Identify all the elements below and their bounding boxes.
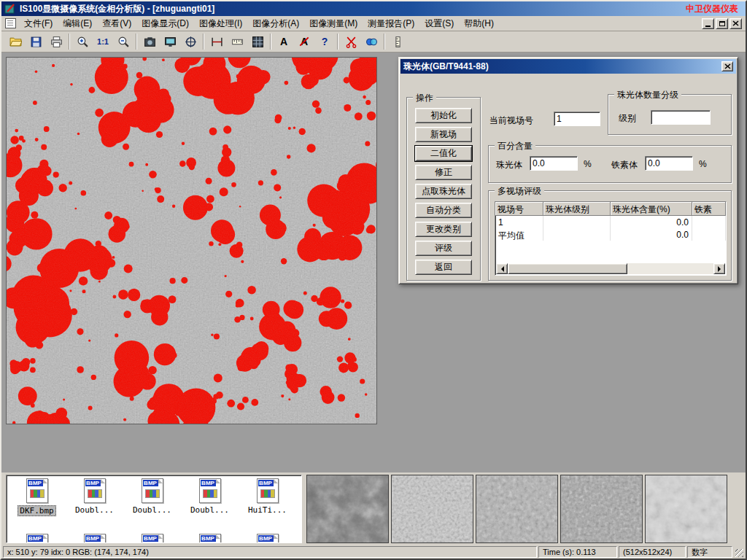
multi-field-group-label: 多视场评级 bbox=[495, 185, 544, 198]
menu-image-process[interactable]: 图像处理(I) bbox=[194, 16, 247, 31]
thumbnail[interactable] bbox=[645, 475, 727, 543]
file-item[interactable]: BMP HuiTi... bbox=[239, 478, 296, 516]
thumbnail[interactable] bbox=[476, 475, 558, 543]
title-bar: IS100显微摄像系统(金相分析版) - [zhuguangti01] 中卫仪器… bbox=[1, 1, 746, 16]
zoom-out-icon[interactable] bbox=[114, 33, 133, 50]
scrollbar-track[interactable] bbox=[508, 263, 713, 274]
cut-icon[interactable] bbox=[341, 33, 360, 50]
minimize-icon bbox=[705, 26, 711, 27]
restore-icon bbox=[719, 21, 725, 26]
table-row[interactable]: 1 0.0 bbox=[495, 216, 726, 228]
ferrite-percent-input[interactable] bbox=[645, 156, 693, 171]
scale-icon[interactable] bbox=[228, 33, 247, 50]
auto-classify-button[interactable]: 自动分类 bbox=[415, 203, 472, 218]
color-select-icon[interactable] bbox=[362, 33, 381, 50]
menu-image-measure[interactable]: 图像测量(M) bbox=[304, 16, 363, 31]
menu-view[interactable]: 查看(V) bbox=[97, 16, 136, 31]
menu-report[interactable]: 测量报告(P) bbox=[363, 16, 419, 31]
table-header-row: 视场号 珠光体级别 珠光体含量(%) 铁素 bbox=[495, 202, 726, 216]
toolbar-separator bbox=[203, 34, 204, 50]
current-field-input[interactable] bbox=[554, 112, 600, 126]
display-icon[interactable] bbox=[160, 33, 179, 50]
cell-field: 平均值 bbox=[495, 228, 543, 241]
binarize-button[interactable]: 二值化 bbox=[415, 146, 472, 161]
grade-group-label: 珠光体数量分级 bbox=[614, 89, 681, 101]
file-item-partial[interactable]: BMP bbox=[66, 534, 123, 543]
status-time: Time (s): 0.113 bbox=[538, 546, 617, 558]
initialize-button[interactable]: 初始化 bbox=[415, 108, 472, 123]
resize-grip[interactable] bbox=[734, 546, 744, 558]
thumbnail[interactable] bbox=[391, 475, 473, 543]
actual-size-icon[interactable]: 1:1 bbox=[93, 33, 112, 50]
file-name: DKF.bmp bbox=[18, 505, 55, 516]
scroll-right-button[interactable] bbox=[713, 263, 725, 274]
font-icon[interactable]: A bbox=[274, 33, 293, 50]
thumbnail[interactable] bbox=[306, 475, 389, 543]
return-button[interactable]: 返回 bbox=[415, 260, 472, 275]
pick-pearlite-button[interactable]: 点取珠光体 bbox=[415, 184, 472, 199]
toolbar-separator bbox=[136, 34, 137, 50]
menu-file[interactable]: 文件(F) bbox=[19, 16, 58, 31]
close-icon bbox=[724, 63, 731, 69]
file-item-partial[interactable]: BMP bbox=[181, 534, 239, 543]
file-item-partial[interactable]: BMP bbox=[8, 534, 66, 543]
help-icon[interactable]: ? bbox=[315, 33, 334, 50]
grade-group: 珠光体数量分级 级别 bbox=[608, 94, 732, 135]
thumbnail[interactable] bbox=[560, 475, 643, 543]
bmp-file-icon: BMP bbox=[84, 478, 106, 503]
scrollbar-thumb[interactable] bbox=[508, 263, 627, 274]
status-image-size: (512x512x24) bbox=[619, 546, 686, 558]
font-style-icon[interactable]: A bbox=[295, 33, 314, 50]
grid-icon[interactable] bbox=[248, 33, 267, 50]
document-icon[interactable] bbox=[5, 18, 16, 28]
file-item-partial[interactable]: BMP bbox=[123, 534, 181, 543]
percent-group-label: 百分含量 bbox=[495, 140, 535, 152]
correct-button[interactable]: 修正 bbox=[415, 165, 472, 180]
status-mode: 数字 bbox=[687, 546, 732, 558]
file-item-partial[interactable]: BMP bbox=[239, 534, 296, 543]
pearlite-percent-input[interactable] bbox=[530, 156, 578, 171]
child-close-button[interactable] bbox=[729, 18, 742, 29]
menu-edit[interactable]: 编辑(E) bbox=[58, 16, 97, 31]
bmp-file-icon: BMP bbox=[199, 478, 221, 503]
file-name: Doubl... bbox=[73, 505, 116, 515]
table-row[interactable]: 平均值 0.0 bbox=[495, 228, 726, 241]
new-field-button[interactable]: 新视场 bbox=[415, 127, 472, 142]
file-item[interactable]: BMP DKF.bmp bbox=[8, 478, 66, 516]
dialog-title: 珠光体(GB/T9441-88) bbox=[403, 61, 721, 73]
scroll-left-button[interactable] bbox=[496, 263, 508, 274]
child-restore-button[interactable] bbox=[716, 18, 728, 29]
capture-icon[interactable] bbox=[140, 33, 159, 50]
bottom-panel: BMP DKF.bmp BMP Doubl... BMP Doubl... BM… bbox=[1, 472, 746, 545]
grade-button[interactable]: 评级 bbox=[415, 241, 472, 256]
menu-image-display[interactable]: 图像显示(D) bbox=[136, 16, 194, 31]
calipers-icon[interactable] bbox=[207, 33, 226, 50]
open-icon[interactable] bbox=[6, 33, 25, 50]
child-minimize-button[interactable] bbox=[702, 18, 714, 29]
zoom-in-icon[interactable] bbox=[73, 33, 92, 50]
cell-ferrite bbox=[692, 216, 726, 228]
arrow-right-icon bbox=[718, 266, 724, 272]
target-icon[interactable] bbox=[181, 33, 200, 50]
toolbar-separator bbox=[337, 34, 338, 50]
file-item[interactable]: BMP Doubl... bbox=[181, 478, 239, 516]
specimen-image[interactable] bbox=[6, 57, 377, 424]
vertical-ruler-icon[interactable] bbox=[388, 33, 407, 50]
toolbar-separator bbox=[384, 34, 385, 50]
grade-input[interactable] bbox=[651, 110, 711, 125]
print-icon[interactable] bbox=[47, 33, 66, 50]
menu-help[interactable]: 帮助(H) bbox=[459, 16, 499, 31]
pearlite-percent-sign: % bbox=[584, 159, 592, 169]
menu-image-analysis[interactable]: 图像分析(A) bbox=[247, 16, 304, 31]
dialog-close-button[interactable] bbox=[721, 61, 733, 71]
window-title: IS100显微摄像系统(金相分析版) - [zhuguangti01] bbox=[20, 3, 682, 15]
menu-settings[interactable]: 设置(S) bbox=[419, 16, 459, 31]
toolbar-separator bbox=[69, 34, 70, 50]
change-class-button[interactable]: 更改类别 bbox=[415, 222, 472, 237]
file-item[interactable]: BMP Doubl... bbox=[123, 478, 181, 516]
save-icon[interactable] bbox=[26, 33, 45, 50]
operations-group-label: 操作 bbox=[413, 92, 436, 104]
file-item[interactable]: BMP Doubl... bbox=[66, 478, 123, 516]
ferrite-label: 铁素体 bbox=[611, 159, 638, 171]
multi-field-group: 多视场评级 视场号 珠光体级别 珠光体含量(%) 铁素 1 0.0 bbox=[488, 190, 732, 281]
